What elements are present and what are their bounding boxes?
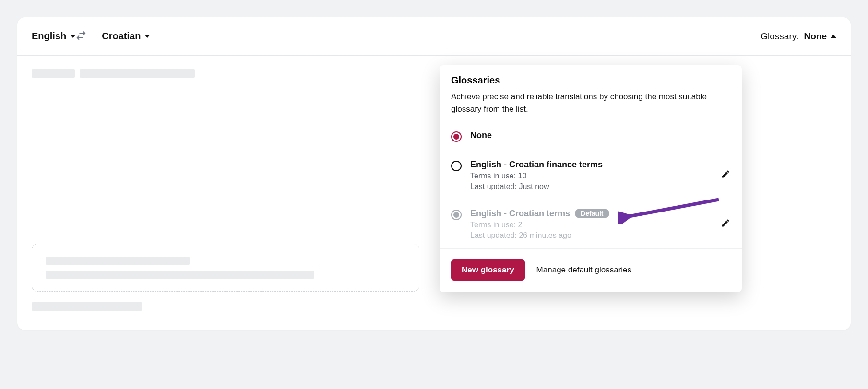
glossary-value: None <box>804 31 837 42</box>
glossary-option-none[interactable]: None <box>440 125 742 151</box>
translator-card: English Croatian Glossary: None <box>17 17 851 330</box>
swap-languages-button[interactable] <box>76 30 86 43</box>
glossary-option-finance[interactable]: English - Croatian finance terms Terms i… <box>440 151 742 200</box>
manage-glossaries-link[interactable]: Manage default glossaries <box>536 265 631 275</box>
option-title: English - Croatian finance terms <box>470 160 712 170</box>
skeleton-line <box>32 69 419 85</box>
option-title: None <box>470 130 730 141</box>
pencil-icon <box>721 169 730 179</box>
panel-actions: New glossary Manage default glossaries <box>440 248 742 281</box>
caret-down-icon <box>144 35 150 38</box>
pencil-icon <box>721 218 730 228</box>
option-updated: Last updated: 26 minutes ago <box>470 231 712 240</box>
skeleton-line <box>46 271 314 279</box>
option-title: English - Croatian terms Default <box>470 209 712 219</box>
new-glossary-button[interactable]: New glossary <box>451 259 525 281</box>
skeleton-line <box>32 302 419 311</box>
option-terms: Terms in use: 2 <box>470 221 712 229</box>
option-updated: Last updated: Just now <box>470 182 712 191</box>
suggestion-box <box>32 244 419 292</box>
radio-icon[interactable] <box>451 161 462 171</box>
glossaries-panel: Glossaries Achieve precise and reliable … <box>440 65 742 292</box>
source-pane <box>17 56 434 330</box>
panel-description: Achieve precise and reliable translation… <box>451 91 730 116</box>
option-terms: Terms in use: 10 <box>470 172 712 180</box>
default-badge: Default <box>575 209 609 218</box>
source-language-label: English <box>32 31 66 42</box>
panel-heading: Glossaries <box>451 75 730 86</box>
target-language-selector[interactable]: Croatian <box>102 31 150 42</box>
edit-glossary-button[interactable] <box>721 218 730 230</box>
radio-selected-icon[interactable] <box>451 131 462 142</box>
target-language-label: Croatian <box>102 31 141 42</box>
caret-down-icon <box>70 35 76 38</box>
swap-icon <box>76 30 86 41</box>
edit-glossary-button[interactable] <box>721 169 730 181</box>
radio-disabled-icon[interactable] <box>451 210 462 220</box>
caret-up-icon <box>831 35 836 38</box>
glossary-label: Glossary: <box>761 31 799 42</box>
skeleton-line <box>46 257 190 265</box>
header-bar: English Croatian Glossary: None <box>17 17 851 56</box>
glossary-option-default[interactable]: English - Croatian terms Default Terms i… <box>440 200 742 248</box>
source-language-selector[interactable]: English <box>32 31 76 42</box>
header-right: Croatian Glossary: None <box>102 31 836 42</box>
glossary-selector[interactable]: Glossary: None <box>761 31 836 42</box>
